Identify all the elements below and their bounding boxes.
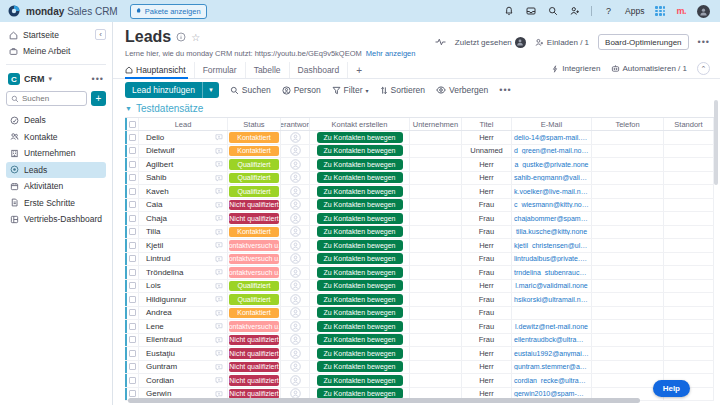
- horizontal-scrollbar[interactable]: [128, 398, 640, 403]
- lead-name-cell[interactable]: Cordian: [139, 374, 228, 387]
- owner-cell[interactable]: [281, 199, 310, 212]
- email-cell[interactable]: kjetil_christensen@ultrama...: [512, 239, 592, 252]
- title-cell[interactable]: Frau: [462, 320, 512, 333]
- row-checkbox[interactable]: [129, 201, 136, 208]
- location-cell[interactable]: [664, 212, 714, 225]
- status-cell[interactable]: Kontaktversuch u...: [228, 266, 281, 279]
- owner-cell[interactable]: [281, 212, 310, 225]
- sidebar-search-input[interactable]: [22, 94, 82, 103]
- company-cell[interactable]: [410, 239, 462, 252]
- lead-name-cell[interactable]: Ellentraud: [139, 334, 228, 347]
- company-cell[interactable]: [410, 280, 462, 293]
- status-cell[interactable]: Nicht qualifiziert: [228, 212, 281, 225]
- owner-cell[interactable]: [281, 131, 310, 144]
- add-update-chat-icon[interactable]: [215, 160, 223, 168]
- sidebar-item-leads[interactable]: Leads: [6, 162, 106, 179]
- move-to-contacts-button[interactable]: Zu Kontakten bewegen: [317, 348, 403, 359]
- title-cell[interactable]: Frau: [462, 212, 512, 225]
- row-checkbox[interactable]: [129, 336, 136, 343]
- sidebar-item-home[interactable]: Startseite ‹: [6, 27, 106, 43]
- owner-cell[interactable]: [281, 158, 310, 171]
- lead-name-cell[interactable]: Eustaţiu: [139, 347, 228, 360]
- title-cell[interactable]: Herr: [462, 374, 512, 387]
- phone-cell[interactable]: [592, 185, 664, 198]
- column-header-e-mail[interactable]: E-Mail: [512, 118, 592, 130]
- move-to-contacts-button[interactable]: Zu Kontakten bewegen: [317, 294, 403, 305]
- row-checkbox[interactable]: [129, 390, 136, 397]
- lead-name-cell[interactable]: Dietwulf: [139, 145, 228, 158]
- email-cell[interactable]: d_green@net-mail.none: [512, 145, 592, 158]
- integrate-button[interactable]: Integrieren: [551, 64, 600, 73]
- phone-cell[interactable]: [592, 280, 664, 293]
- company-cell[interactable]: [410, 266, 462, 279]
- toolbar-more-icon[interactable]: •••: [499, 85, 511, 95]
- owner-cell[interactable]: [281, 320, 310, 333]
- add-update-chat-icon[interactable]: [215, 241, 223, 249]
- show-more-link[interactable]: Mehr anzeigen: [366, 49, 416, 58]
- notifications-bell-icon[interactable]: [503, 6, 514, 17]
- company-cell[interactable]: [410, 307, 462, 320]
- title-cell[interactable]: Herr: [462, 361, 512, 374]
- board-menu-icon[interactable]: •••: [698, 37, 710, 47]
- move-to-contacts-button[interactable]: Zu Kontakten bewegen: [317, 267, 403, 278]
- tab-dashboard[interactable]: Dashboard: [290, 62, 349, 78]
- info-icon[interactable]: [176, 32, 186, 42]
- company-cell[interactable]: [410, 361, 462, 374]
- lead-name-cell[interactable]: Lois: [139, 280, 228, 293]
- status-cell[interactable]: Qualifiziert: [228, 158, 281, 171]
- column-header-kontakt-erstellen[interactable]: Kontakt erstellen: [310, 118, 410, 130]
- location-cell[interactable]: [664, 253, 714, 266]
- owner-cell[interactable]: [281, 266, 310, 279]
- status-cell[interactable]: Kontaktiert: [228, 307, 281, 320]
- owner-cell[interactable]: [281, 145, 310, 158]
- row-checkbox[interactable]: [129, 228, 136, 235]
- company-cell[interactable]: [410, 199, 462, 212]
- lead-name-cell[interactable]: Andrea: [139, 307, 228, 320]
- column-header-telefon[interactable]: Telefon: [592, 118, 664, 130]
- sidebar-item-vertriebs-dashboard[interactable]: Vertriebs-Dashboard: [6, 211, 106, 228]
- status-cell[interactable]: Qualifiziert: [228, 185, 281, 198]
- email-cell[interactable]: a_gustke@private.none: [512, 158, 592, 171]
- owner-cell[interactable]: [281, 280, 310, 293]
- title-cell[interactable]: Frau: [462, 253, 512, 266]
- invite-members-icon[interactable]: [569, 6, 580, 17]
- move-to-contacts-button[interactable]: Zu Kontakten bewegen: [317, 159, 403, 170]
- company-cell[interactable]: [410, 293, 462, 306]
- column-header-status[interactable]: Status: [228, 118, 281, 130]
- sidebar-item-deals[interactable]: Deals: [6, 112, 106, 129]
- title-cell[interactable]: Frau: [462, 266, 512, 279]
- select-all-checkbox[interactable]: [129, 121, 136, 128]
- phone-cell[interactable]: [592, 266, 664, 279]
- add-update-chat-icon[interactable]: [215, 214, 223, 222]
- row-checkbox[interactable]: [129, 350, 136, 357]
- status-cell[interactable]: Qualifiziert: [228, 172, 281, 185]
- location-cell[interactable]: [664, 145, 714, 158]
- sidebar-collapse-button[interactable]: ‹: [95, 29, 106, 40]
- company-cell[interactable]: [410, 347, 462, 360]
- column-header-verantwor[interactable]: Verantwor...: [281, 118, 310, 130]
- move-to-contacts-button[interactable]: Zu Kontakten bewegen: [317, 186, 403, 197]
- column-header-unternehmen[interactable]: Unternehmen: [410, 118, 462, 130]
- move-to-contacts-button[interactable]: Zu Kontakten bewegen: [317, 321, 403, 332]
- add-update-chat-icon[interactable]: [215, 322, 223, 330]
- email-cell[interactable]: guntram.stemmer@anyma...: [512, 361, 592, 374]
- title-cell[interactable]: Frau: [462, 199, 512, 212]
- row-checkbox[interactable]: [129, 255, 136, 262]
- location-cell[interactable]: [664, 199, 714, 212]
- lead-name-cell[interactable]: Agilbert: [139, 158, 228, 171]
- location-cell[interactable]: [664, 172, 714, 185]
- email-cell[interactable]: [512, 307, 592, 320]
- title-cell[interactable]: Herr: [462, 131, 512, 144]
- lead-name-cell[interactable]: Kaveh: [139, 185, 228, 198]
- invite-chip[interactable]: Einladen / 1: [535, 38, 589, 47]
- status-cell[interactable]: Nicht qualifiziert: [228, 361, 281, 374]
- help-button[interactable]: Help: [653, 380, 690, 397]
- add-board-button[interactable]: +: [91, 91, 106, 106]
- add-update-chat-icon[interactable]: [215, 376, 223, 384]
- location-cell[interactable]: [664, 266, 714, 279]
- location-cell[interactable]: [664, 361, 714, 374]
- email-cell[interactable]: chajabommer@spam-mail...: [512, 212, 592, 225]
- lead-name-cell[interactable]: Kjetil: [139, 239, 228, 252]
- row-checkbox[interactable]: [129, 296, 136, 303]
- add-update-chat-icon[interactable]: [215, 295, 223, 303]
